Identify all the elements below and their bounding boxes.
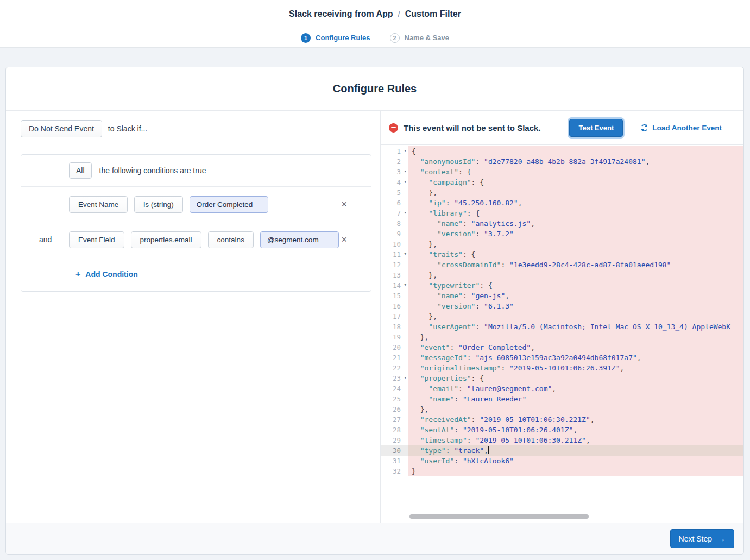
plus-icon: + — [75, 269, 80, 279]
refresh-icon — [640, 124, 648, 132]
gutter-line-number: 20 — [381, 342, 408, 353]
filter-builder-pane: Do Not Send Event to Slack if... All the… — [6, 111, 381, 523]
arrow-right-icon: → — [717, 534, 726, 543]
code-line[interactable]: "originalTimestamp": "2019-05-10T01:06:2… — [408, 363, 743, 373]
code-line[interactable]: "context": { — [408, 167, 743, 177]
gutter-line-number: 13 — [381, 270, 408, 280]
code-line[interactable]: "event": "Order Completed", — [408, 342, 743, 353]
fold-arrow-icon[interactable]: ▾ — [404, 177, 407, 187]
gutter-line-number: 4▾ — [381, 177, 408, 187]
gutter-line-number: 21 — [381, 353, 408, 363]
gutter-line-number: 6 — [381, 198, 408, 208]
fold-arrow-icon[interactable]: ▾ — [404, 166, 407, 177]
code-line[interactable]: "userId": "hXtcAlook6" — [408, 456, 743, 466]
code-line[interactable]: "name": "analytics.js", — [408, 218, 743, 229]
next-step-label: Next Step — [679, 534, 712, 543]
condition-field-button[interactable]: Event Name — [69, 196, 128, 213]
condition-field-button[interactable]: contains — [208, 231, 254, 248]
configure-rules-card: Configure Rules Do Not Send Event to Sla… — [5, 67, 744, 555]
code-line[interactable]: "receivedAt": "2019-05-10T01:06:30.221Z"… — [408, 414, 743, 425]
code-line[interactable]: "campaign": { — [408, 177, 743, 187]
step-configure-rules[interactable]: 1 Configure Rules — [301, 33, 370, 43]
condition-field-button[interactable]: properties.email — [131, 231, 201, 248]
status-message: This event will not be sent to Slack. — [404, 123, 569, 133]
code-line[interactable]: "properties": { — [408, 373, 743, 383]
gutter-line-number: 29 — [381, 435, 408, 445]
gutter-line-number: 17 — [381, 311, 408, 322]
gutter-line-number: 15 — [381, 291, 408, 301]
code-line[interactable]: { — [408, 146, 743, 156]
gutter-line-number: 16 — [381, 301, 408, 311]
json-event-editor[interactable]: 1▾23▾4▾567▾891011▾121314▾151617181920212… — [381, 145, 743, 523]
code-line[interactable]: }, — [408, 270, 743, 280]
load-another-event-button[interactable]: Load Another Event — [637, 123, 725, 133]
code-line[interactable]: "crossDomainId": "1e3eedd9-28c4-428c-ad8… — [408, 260, 743, 270]
gutter-line-number: 9 — [381, 229, 408, 239]
add-condition-button[interactable]: + Add Condition — [21, 257, 371, 291]
condition-field-button[interactable]: Event Field — [69, 231, 124, 248]
fold-arrow-icon[interactable]: ▾ — [404, 373, 407, 383]
match-suffix: the following conditions are true — [99, 166, 206, 175]
blocked-icon — [389, 123, 398, 133]
code-line[interactable]: "traits": { — [408, 249, 743, 260]
gutter-line-number: 7▾ — [381, 208, 408, 218]
code-line[interactable]: "name": "gen-js", — [408, 291, 743, 301]
code-line[interactable]: }, — [408, 187, 743, 198]
code-line[interactable]: "anonymousId": "d2e77820-a48b-4b2b-882a-… — [408, 156, 743, 167]
breadcrumb-current: Custom Filter — [405, 9, 461, 19]
gutter-line-number: 14▾ — [381, 280, 408, 291]
editor-gutter: 1▾23▾4▾567▾891011▾121314▾151617181920212… — [381, 145, 408, 523]
gutter-line-number: 3▾ — [381, 167, 408, 177]
gutter-line-number: 22 — [381, 363, 408, 373]
code-line[interactable]: }, — [408, 311, 743, 322]
code-line[interactable]: "email": "lauren@segment.com", — [408, 383, 743, 394]
condition-field-button[interactable]: is (string) — [134, 196, 183, 213]
step-name-and-save[interactable]: 2 Name & Save — [390, 33, 449, 43]
gutter-line-number: 25 — [381, 394, 408, 404]
fold-arrow-icon[interactable]: ▾ — [404, 280, 407, 290]
condition-value-input[interactable] — [190, 196, 268, 213]
editor-code-area[interactable]: { "anonymousId": "d2e77820-a48b-4b2b-882… — [408, 145, 743, 523]
code-line[interactable]: "name": "Lauren Reeder" — [408, 394, 743, 404]
condition-row: andEvent Fieldproperties.emailcontains× — [21, 222, 371, 257]
conditions-box: All the following conditions are true Ev… — [21, 154, 371, 292]
match-type-dropdown-button[interactable]: All — [69, 162, 92, 179]
step-2-circle: 2 — [390, 33, 400, 43]
remove-condition-icon[interactable]: × — [339, 198, 349, 210]
gutter-line-number: 31 — [381, 456, 408, 466]
code-line[interactable]: } — [408, 466, 743, 476]
fold-arrow-icon[interactable]: ▾ — [404, 249, 407, 259]
filter-action-dropdown-button[interactable]: Do Not Send Event — [21, 120, 102, 137]
condition-row: Event Nameis (string)× — [21, 186, 371, 222]
fold-arrow-icon[interactable]: ▾ — [404, 207, 407, 218]
gutter-line-number: 24 — [381, 383, 408, 394]
code-line[interactable]: "timestamp": "2019-05-10T01:06:30.211Z", — [408, 435, 743, 445]
gutter-line-number: 2 — [381, 156, 408, 167]
card-footer: Next Step → — [6, 523, 743, 554]
condition-value-input[interactable] — [260, 231, 339, 248]
code-line[interactable]: "typewriter": { — [408, 280, 743, 291]
breadcrumb-primary[interactable]: Slack receiving from App — [289, 9, 393, 19]
code-line[interactable]: "type": "track", — [408, 445, 743, 456]
load-another-event-label: Load Another Event — [652, 124, 722, 132]
code-line[interactable]: "library": { — [408, 208, 743, 218]
code-line[interactable]: "sentAt": "2019-05-10T01:06:26.401Z", — [408, 425, 743, 435]
step-1-label: Configure Rules — [316, 34, 370, 42]
fold-arrow-icon[interactable]: ▾ — [404, 146, 407, 156]
gutter-line-number: 32 — [381, 466, 408, 476]
filter-action-suffix: to Slack if... — [108, 124, 147, 133]
code-line[interactable]: }, — [408, 332, 743, 342]
horizontal-scrollbar[interactable] — [409, 514, 589, 519]
code-line[interactable]: "userAgent": "Mozilla/5.0 (Macintosh; In… — [408, 322, 743, 332]
next-step-button[interactable]: Next Step → — [670, 529, 734, 548]
test-event-button[interactable]: Test Event — [569, 119, 623, 137]
code-line[interactable]: }, — [408, 404, 743, 414]
code-line[interactable]: "ip": "45.250.160.82", — [408, 198, 743, 208]
code-line[interactable]: "version": "3.7.2" — [408, 229, 743, 239]
remove-condition-icon[interactable]: × — [339, 234, 349, 246]
code-line[interactable]: }, — [408, 239, 743, 249]
title-bar: Slack receiving from App / Custom Filter — [0, 0, 750, 28]
code-line[interactable]: "messageId": "ajs-6085013e159ac3a92a0494… — [408, 353, 743, 363]
gutter-line-number: 12 — [381, 260, 408, 270]
code-line[interactable]: "version": "6.1.3" — [408, 301, 743, 311]
